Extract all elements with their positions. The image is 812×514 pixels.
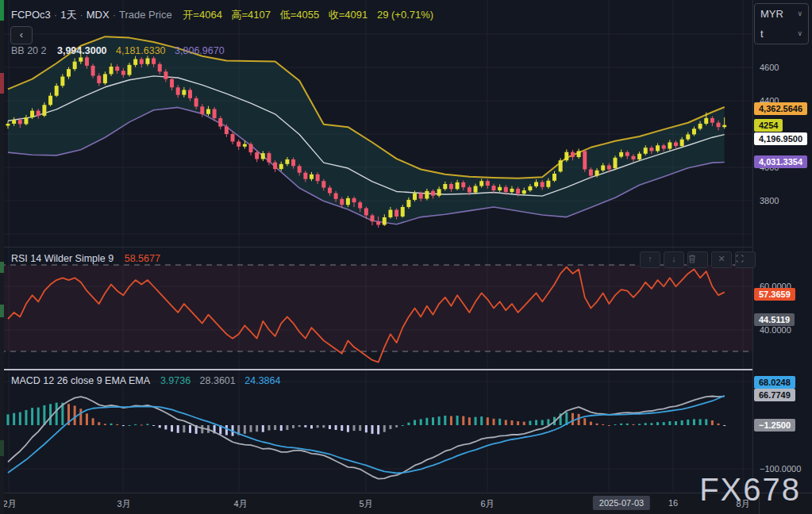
back-button[interactable]: ‹ xyxy=(10,26,33,44)
chevron-down-icon: ∨ xyxy=(797,24,802,44)
change-value: 29 (+0.71%) xyxy=(371,9,433,21)
rsi-label[interactable]: RSI 14 Wilder Simple 9 xyxy=(11,253,114,264)
pane-control-buttons: ↑ ↓ ✕ xyxy=(640,251,756,268)
time-label: 3月 xyxy=(117,498,130,510)
watermark: FX678 xyxy=(699,472,801,508)
macd-badge: −1.2500 xyxy=(754,419,795,432)
pane-move-up-icon[interactable]: ↑ xyxy=(640,251,660,268)
pane-maximize-icon[interactable] xyxy=(735,251,756,268)
bb-label[interactable]: BB 20 2 xyxy=(11,45,46,56)
price-badge: 4,362.5646 xyxy=(754,102,807,115)
chevron-down-icon: ∨ xyxy=(797,4,802,24)
interval[interactable]: 1天 xyxy=(60,9,76,21)
exchange: MDX xyxy=(87,9,110,21)
macd-indicator-row: MACD 12 26 close 9 EMA EMA 3.9736 28.360… xyxy=(11,375,280,386)
macd-line-value: 28.3601 xyxy=(194,375,236,386)
ohlc-close: 收=4091 xyxy=(322,9,368,21)
ohlc-open: 开=4064 xyxy=(175,9,222,21)
macd-badge: 68.0248 xyxy=(754,376,795,389)
rsi-indicator-row: RSI 14 Wilder Simple 9 58.5677 xyxy=(11,253,160,264)
rsi-badge: 44.5119 xyxy=(754,313,795,326)
currency-select[interactable]: MYR ∨ xyxy=(755,4,808,24)
strip-segment xyxy=(0,440,4,456)
bb-indicator-row: BB 20 2 3,994.3000 4,181.6330 3,806.9670 xyxy=(11,45,225,56)
currency-value: MYR xyxy=(760,4,783,24)
macd-label[interactable]: MACD 12 26 close 9 EMA EMA xyxy=(11,375,149,386)
unit-value: t xyxy=(760,24,764,44)
price-tick: 3800 xyxy=(760,196,779,205)
pane-close-icon[interactable]: ✕ xyxy=(711,251,732,268)
divider-rsi-macd[interactable] xyxy=(0,369,812,370)
price-axis[interactable]: 460044004000380060.000040.0000−100.00004… xyxy=(752,0,812,492)
price-tick: 4600 xyxy=(760,63,779,72)
rsi-tick: 40.0000 xyxy=(760,325,791,335)
time-label: 6月 xyxy=(480,498,494,510)
currency-unit-selector: MYR ∨ t ∨ xyxy=(754,3,809,44)
strip-segment xyxy=(0,0,4,21)
time-label: 16 xyxy=(668,498,678,508)
bb-upper-value: 4,181.6330 xyxy=(110,45,166,56)
series-type: Trade Price xyxy=(119,9,172,21)
strip-segment xyxy=(0,73,4,94)
bb-lower-value: 3,806.9670 xyxy=(168,45,225,56)
unit-select[interactable]: t ∨ xyxy=(755,24,808,44)
strip-segment xyxy=(0,262,4,273)
macd-signal-value: 24.3864 xyxy=(238,375,280,386)
crosshair-date-badge: 2025-07-03 xyxy=(593,496,650,510)
pane-move-down-icon[interactable]: ↓ xyxy=(664,251,684,268)
ohlc-high: 高=4107 xyxy=(225,9,271,21)
rsi-badge: 57.3659 xyxy=(754,288,795,301)
rsi-value: 58.5677 xyxy=(117,253,160,264)
divider-main-rsi[interactable] xyxy=(0,247,812,247)
chart-application: FCPOc3·1天·MDX·Trade Price 开=4064 高=4107 … xyxy=(0,0,812,514)
macd-hist-value: 3.9736 xyxy=(152,375,190,386)
ohlc-low: 低=4055 xyxy=(274,9,320,21)
time-label: 4月 xyxy=(233,498,247,510)
symbol-header: FCPOc3·1天·MDX·Trade Price 开=4064 高=4107 … xyxy=(11,8,433,22)
pane-delete-icon[interactable] xyxy=(687,251,708,268)
macd-badge: 66.7749 xyxy=(754,389,795,401)
price-badge: 4,196.9500 xyxy=(754,132,807,145)
time-label: 2月 xyxy=(2,498,16,510)
chart-canvas[interactable] xyxy=(0,0,752,492)
bb-basis-value: 3,994.3000 xyxy=(49,45,107,56)
time-axis[interactable]: 2月3月4月5月6月168月2025-07-03 xyxy=(0,493,812,514)
price-badge: 4254 xyxy=(754,119,783,132)
left-edge-strip xyxy=(0,0,4,514)
symbol-name[interactable]: FCPOc3 xyxy=(11,9,51,21)
price-badge: 4,031.3354 xyxy=(754,155,807,168)
strip-segment xyxy=(0,305,4,317)
time-label: 5月 xyxy=(359,498,372,510)
